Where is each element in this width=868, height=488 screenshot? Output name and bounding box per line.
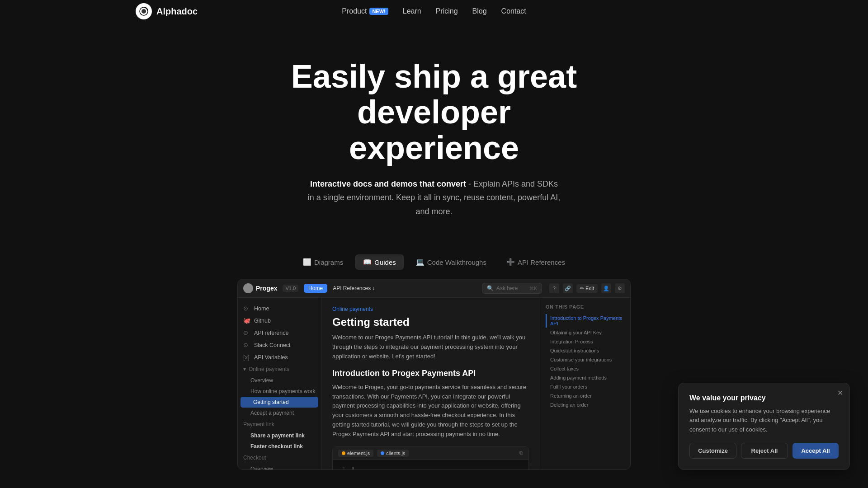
svg-point-1 — [142, 9, 146, 14]
nav-learn[interactable]: Learn — [403, 7, 421, 15]
tab-code-walkthroughs[interactable]: 💻 Code Walkthroughs — [408, 254, 495, 270]
edit-button[interactable]: ✏ Edit — [576, 284, 598, 293]
code-block-header: element.js clients.js ⧉ — [333, 447, 528, 460]
sidebar-getting-started[interactable]: Getting started — [241, 397, 318, 408]
logo-icon — [136, 3, 152, 19]
user-icon[interactable]: 👤 — [601, 283, 611, 293]
hero-section: Easily ship a great developer experience… — [0, 23, 868, 245]
code-file-element[interactable]: element.js — [338, 450, 373, 457]
tab-api-references[interactable]: ➕ API References — [498, 254, 573, 270]
section-body: Welcome to Progex, your go-to payments s… — [332, 383, 529, 439]
cookie-buttons: Customize Reject All Accept All — [689, 443, 839, 459]
content-title: Getting started — [332, 316, 529, 328]
toc-item-5[interactable]: Collect taxes — [546, 365, 625, 373]
tab-diagrams[interactable]: ⬜ Diagrams — [295, 254, 351, 270]
demo-home-btn[interactable]: Home — [304, 284, 327, 293]
checkout-label: Checkout — [243, 455, 266, 461]
sidebar-overview[interactable]: Overview — [238, 375, 321, 386]
section-title: Introduction to Progex Payments API — [332, 369, 529, 378]
sidebar-section-online-payments[interactable]: ▾ Online payments — [238, 363, 321, 375]
toc-item-7[interactable]: Fulfil your orders — [546, 383, 625, 391]
product-badge: New! — [369, 8, 388, 15]
sidebar-accept-payment[interactable]: Accept a payment — [238, 408, 321, 418]
demo-topbar-icons: ? 🔗 ✏ Edit 👤 ⚙ — [549, 283, 625, 293]
diagrams-icon: ⬜ — [303, 258, 311, 266]
logo-text: Alphadoc — [156, 6, 198, 17]
code-file-clients[interactable]: clients.js — [377, 450, 409, 457]
demo-logo: Progex — [243, 283, 277, 293]
content-intro: Welcome to our Progex Payments API tutor… — [332, 333, 529, 361]
sidebar-share-payment-link[interactable]: Share a payment link — [238, 430, 321, 441]
hero-description: Interactive docs and demos that convert … — [307, 177, 561, 219]
hero-title: Easily ship a great developer experience — [276, 59, 592, 166]
demo-main-content: Online payments Getting started Welcome … — [321, 298, 540, 469]
nav-product[interactable]: Product New! — [342, 7, 388, 15]
demo-api-nav[interactable]: API References ↓ — [333, 285, 375, 291]
toc-item-4[interactable]: Customise your integrations — [546, 356, 625, 364]
link-icon[interactable]: 🔗 — [563, 283, 573, 293]
api-references-icon: ➕ — [506, 258, 515, 266]
demo-search[interactable]: 🔍 Ask here ⌘K — [482, 283, 542, 294]
sidebar-checkout-overview[interactable]: Overview — [238, 464, 321, 469]
variables-icon: [x] — [243, 354, 250, 361]
chevron-icon: ▾ — [243, 366, 246, 372]
api-icon: ⊙ — [243, 329, 250, 336]
demo-toc: On this page Introduction to Progex Paym… — [540, 298, 630, 469]
nav-blog[interactable]: Blog — [472, 7, 487, 15]
toc-item-3[interactable]: Quickstart instructions — [546, 347, 625, 355]
sidebar-item-api-reference[interactable]: ⊙ API reference — [238, 327, 321, 339]
code-line-1: 1 [ — [339, 465, 522, 470]
toc-item-2[interactable]: Integration Process — [546, 338, 625, 346]
github-icon: 🐙 — [243, 317, 250, 324]
tab-bar: ⬜ Diagrams 📖 Guides 💻 Code Walkthroughs … — [0, 245, 868, 270]
toc-item-0[interactable]: Introduction to Progex Payments API — [546, 314, 625, 328]
cookie-body: We use cookies to enhance your browsing … — [689, 407, 839, 435]
cookie-banner: ✕ We value your privacy We use cookies t… — [678, 383, 850, 470]
sidebar-item-github[interactable]: 🐙 Github — [238, 314, 321, 327]
sidebar-section-checkout[interactable]: Checkout — [238, 452, 321, 464]
cookie-title: We value your privacy — [689, 394, 839, 402]
toc-item-6[interactable]: Adding payment methods — [546, 374, 625, 382]
toc-item-1[interactable]: Obtaining your API Key — [546, 328, 625, 337]
code-walkthroughs-icon: 💻 — [416, 258, 425, 266]
element-dot — [342, 451, 345, 455]
slack-icon: ⊙ — [243, 342, 250, 348]
demo-body: ⊙ Home 🐙 Github ⊙ API reference ⊙ Slack … — [238, 298, 630, 469]
sidebar-item-slack-connect[interactable]: ⊙ Slack Connect — [238, 339, 321, 351]
cookie-reject-button[interactable]: Reject All — [741, 443, 788, 459]
nav-product-label: Product — [342, 7, 367, 15]
nav-contact[interactable]: Contact — [501, 7, 526, 15]
cookie-accept-button[interactable]: Accept All — [793, 443, 839, 459]
toc-title: On this page — [546, 304, 625, 310]
breadcrumb: Online payments — [332, 306, 529, 312]
home-icon: ⊙ — [243, 305, 250, 312]
sidebar-section-payment-link[interactable]: Payment link — [238, 418, 321, 430]
code-block: element.js clients.js ⧉ 1 [ 2 " — [332, 446, 529, 470]
payment-link-label: Payment link — [243, 421, 274, 427]
help-icon[interactable]: ? — [549, 283, 559, 293]
sidebar-how-online-payments-work[interactable]: How online payments work — [238, 386, 321, 397]
toc-item-9[interactable]: Deleting an order — [546, 401, 625, 409]
copy-button[interactable]: ⧉ — [519, 450, 523, 456]
toc-item-8[interactable]: Returning an order — [546, 392, 625, 400]
settings-icon[interactable]: ⚙ — [615, 283, 625, 293]
demo-window: Progex V1.0 Home API References ↓ 🔍 Ask … — [237, 279, 631, 470]
guides-icon: 📖 — [363, 258, 372, 266]
nav-pricing[interactable]: Pricing — [436, 7, 458, 15]
clients-dot — [381, 451, 384, 455]
tab-guides[interactable]: 📖 Guides — [355, 254, 404, 270]
demo-version: V1.0 — [283, 285, 298, 292]
cookie-close-button[interactable]: ✕ — [837, 389, 843, 397]
demo-sidebar: ⊙ Home 🐙 Github ⊙ API reference ⊙ Slack … — [238, 298, 321, 469]
demo-topbar: Progex V1.0 Home API References ↓ 🔍 Ask … — [238, 279, 630, 298]
search-icon: 🔍 — [487, 285, 494, 291]
sidebar-faster-checkout[interactable]: Faster checkout link — [238, 441, 321, 452]
nav-logo[interactable]: Alphadoc — [136, 3, 198, 19]
sidebar-item-home[interactable]: ⊙ Home — [238, 302, 321, 314]
sidebar-item-api-variables[interactable]: [x] API Variables — [238, 351, 321, 363]
code-body: 1 [ 2 "session_id": "abc123def456", 3 "c… — [333, 460, 528, 470]
cookie-customize-button[interactable]: Customize — [689, 443, 736, 459]
nav-links: Product New! Learn Pricing Blog Contact — [342, 7, 526, 15]
demo-logo-icon — [243, 283, 253, 293]
